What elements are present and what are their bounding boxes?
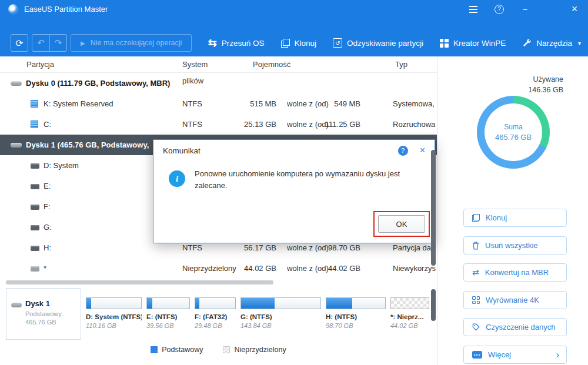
partition-bar-h[interactable]: H: (NTFS) 98.70 GB [326,288,386,340]
disk-map-info[interactable]: Dysk 1 Podstawowy.. 465.76 GB [6,288,81,340]
used-label: Używane [528,74,563,85]
button-label: Klonuj [486,213,507,222]
partition-bar[interactable] [146,297,190,309]
help-icon[interactable]: ? [494,4,505,15]
partition-label: * [44,258,46,279]
used-fill [195,298,199,309]
partition-icon [31,100,38,108]
button-label: Czyszczenie danych [486,323,556,331]
partition-recovery-button[interactable]: ↺ Odzyskiwanie partycji [333,38,423,48]
dialog-close-icon[interactable]: × [420,146,425,155]
ok-button[interactable]: OK [378,215,425,233]
dialog-message: Ponowne uruchomienie komputera po wymaza… [185,168,404,192]
bar-label: E: (NTFS) [146,313,190,320]
dialog-title: Komunikat [163,146,201,155]
close-button[interactable]: × [569,4,580,15]
partition-bar[interactable] [326,297,386,309]
total-value: 465.76 GB [495,133,532,142]
partition-icon [31,266,39,272]
disk-label: Dysku 1 (465.76 GB, Podstawowy, [26,135,149,155]
partition-label: H: [44,237,51,258]
partition-bar-f[interactable]: F: (FAT32) 29.48 GB [195,288,236,340]
used-fill [86,298,91,309]
disk-usage-donut: Suma 465.76 GB [477,96,550,169]
toolbar-tools: ⇆ Przesuń OS Klonuj ↺ Odzyskiwanie party… [208,34,581,52]
alignment-4k-button[interactable]: Wyrównanie 4K [463,291,567,309]
clone-button[interactable]: Klonuj [281,39,317,48]
bar-size: 143.84 GB [240,322,321,329]
disk-map: Dysk 1 Podstawowy.. 465.76 GB D: System … [6,288,431,340]
partition-recovery-label: Odzyskiwanie partycji [347,39,423,48]
button-label: Wyrównanie 4K [486,296,539,304]
data-wipe-button[interactable]: Czyszczenie danych [463,318,567,336]
app-logo-icon [8,4,19,15]
refresh-button[interactable]: ⟳ [11,34,28,52]
minimize-button[interactable]: − [520,4,530,15]
play-icon: ▶ [81,40,85,46]
sort-icon: ▾ [255,56,258,73]
partition-bar[interactable] [240,297,321,309]
partition-recovery-icon: ↺ [333,38,342,48]
move-os-label: Przesuń OS [222,39,265,48]
partition-bar[interactable] [86,297,142,309]
winpe-creator-button[interactable]: Kreator WinPE [440,39,506,48]
wipe-icon [472,323,480,331]
bar-label: H: (NTFS) [326,313,386,320]
diskmap-vertical-scrollbar[interactable] [431,289,436,321]
horizontal-scrollbar[interactable] [6,280,273,284]
delete-all-button[interactable]: Usuń wszystkie [463,236,567,255]
free-value-cell: 44.02 GB [318,258,360,279]
table-row-k[interactable]: K: System Reserved NTFS 515 MB wolne z (… [0,93,437,114]
menu-icon[interactable] [468,4,479,15]
table-row-c[interactable]: C: NTFS 25.13 GB wolne z (od) 111.25 GB … [0,114,437,135]
annotation-highlight: OK [373,211,430,237]
redo-button[interactable]: ↷ [49,35,66,51]
disk-map-bars: D: System (NTFS) 110.16 GB E: (NTFS) 39.… [81,288,429,340]
partition-bar-g[interactable]: G: (NTFS) 143.84 GB [240,288,321,340]
free-value-cell: 549 MB [318,93,360,114]
legend-unallocated: Nieprzydzielony [223,346,286,354]
move-os-icon: ⇆ [208,38,217,48]
more-button[interactable]: ••• Więcej › [463,346,567,364]
convert-mbr-button[interactable]: ⇄ Konwertuj na MBR [463,263,567,282]
dialog-footer: OK [373,211,430,237]
app-window: EaseUS Partition Master ? − × ⟳ ↶ ↷ ▶ Ni… [0,0,588,365]
button-label: Więcej [488,350,511,359]
message-dialog: Komunikat ? × i Ponowne uruchomienie kom… [153,139,435,243]
bar-label: F: (FAT32) [195,313,236,320]
disk-map-type: Podstawowy.. [25,310,81,317]
bar-size: 110.16 GB [86,322,142,329]
partition-bar-unallocated[interactable]: *: Nieprz... 44.02 GB [390,288,429,340]
right-panel: Używane 146.36 GB Suma 465.76 GB Klonuj … [437,56,588,365]
partition-bar[interactable] [195,297,236,309]
undo-button[interactable]: ↶ [32,35,49,51]
free-value-cell: 111.25 GB [318,114,360,135]
capacity-cell: 44.02 GB [226,258,276,279]
dialog-help-icon[interactable]: ? [398,146,408,156]
move-os-button[interactable]: ⇆ Przesuń OS [208,38,265,48]
unallocated-bar[interactable] [390,297,429,309]
partition-label: C: [44,114,51,135]
dialog-body: i Ponowne uruchomienie komputera po wyma… [153,161,435,192]
bar-size: 29.48 GB [195,322,236,329]
used-value: 146.36 GB [528,85,563,95]
table-row-unallocated[interactable]: * Nieprzydzielony 44.02 GB wolne z (od) … [0,258,437,279]
disk-icon [11,143,22,148]
clone-icon [281,39,290,48]
partition-bar-e[interactable]: E: (NTFS) 39.56 GB [146,288,190,340]
winpe-icon [440,39,449,48]
clone-disk-button[interactable]: Klonuj [463,209,567,227]
partition-label: G: [44,217,52,237]
legend: Podstawowy Nieprzydzielony [0,346,437,354]
table-row-disk0[interactable]: Dysku 0 (111.79 GB, Podstawowy, MBR) [0,73,437,93]
tools-menu-button[interactable]: Narzędzia ▾ [522,38,581,48]
sort-icon: ▾ [185,56,187,73]
button-label: Konwertuj na MBR [485,268,549,277]
partition-icon [31,120,38,128]
pending-operations-button[interactable]: ▶ Nie ma oczekującej operacji [71,34,192,52]
bar-label: D: System (NTFS) [86,313,142,320]
vertical-scrollbar[interactable] [431,150,436,266]
app-title: EaseUS Partition Master [24,5,108,14]
partition-label: F: [44,196,51,217]
partition-bar-d[interactable]: D: System (NTFS) 110.16 GB [86,288,142,340]
